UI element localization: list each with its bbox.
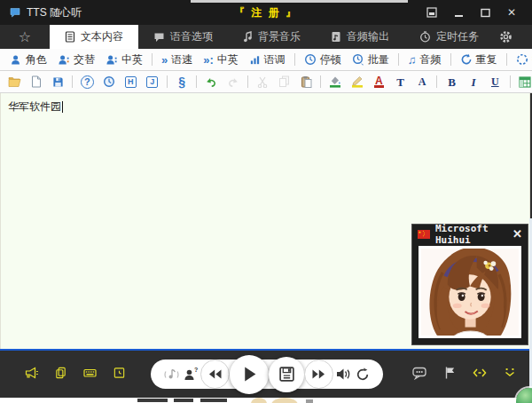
person-cnen-icon <box>106 54 118 66</box>
assistant-title-bar[interactable]: Microsoft Huihui ✕ <box>412 225 528 243</box>
keyboard-button[interactable] <box>82 365 98 381</box>
copy-text-button[interactable] <box>52 365 68 381</box>
megaphone-icon <box>24 366 39 380</box>
tab-label: 语音选项 <box>170 29 213 44</box>
tab-voice-options[interactable]: 语音选项 <box>138 25 228 49</box>
bold-button[interactable]: B <box>441 73 462 91</box>
audio-label: 音频 <box>420 52 442 67</box>
app-logo-icon <box>9 6 21 19</box>
pause-label: 停顿 <box>320 52 341 67</box>
font-t-button[interactable]: T <box>390 73 411 91</box>
app-title: TTS 随心听 <box>27 5 82 20</box>
message-button[interactable] <box>411 365 427 381</box>
preview-voice-button[interactable] <box>161 363 181 386</box>
undo-button[interactable] <box>200 73 222 91</box>
history-clock-icon <box>103 75 115 88</box>
close-button[interactable]: ✕ <box>502 4 521 20</box>
toolbar-separator <box>247 75 248 88</box>
role-label: 角色 <box>26 52 47 67</box>
cn-en-voice-button[interactable]: 中英 <box>100 51 148 68</box>
announce-button[interactable] <box>23 365 39 381</box>
repeat-button[interactable]: 重复 <box>455 51 503 68</box>
toolbar-separator <box>320 75 321 88</box>
j-mode-button[interactable]: J <box>141 73 162 91</box>
redo-button[interactable] <box>223 73 244 91</box>
person-alt-icon <box>58 54 70 66</box>
tab-background-music[interactable]: 背景音乐 <box>228 25 316 49</box>
alternate-button[interactable]: 交替 <box>52 51 100 68</box>
save-audio-button[interactable] <box>269 357 304 392</box>
assistant-window: Microsoft Huihui ✕ <box>411 224 528 345</box>
avatar-illustration <box>421 249 519 336</box>
tab-audio-output[interactable]: 音频输出 <box>316 25 404 49</box>
toolbar-separator <box>450 53 451 66</box>
table-button[interactable] <box>514 73 532 91</box>
maximize-button[interactable] <box>475 4 495 20</box>
tab-bar: ☆ 文本内容语音选项背景音乐音频输出定时任务 <box>0 25 532 49</box>
volume-button[interactable] <box>333 363 353 386</box>
replay-button[interactable] <box>353 363 372 386</box>
new-button[interactable] <box>25 73 46 91</box>
person-icon <box>11 54 22 66</box>
voice-role-button[interactable]: ? <box>181 363 200 386</box>
section-button[interactable]: § <box>171 73 192 91</box>
schedule-button[interactable] <box>111 365 127 381</box>
collapse-button[interactable] <box>502 365 518 381</box>
copy-button[interactable] <box>273 73 294 91</box>
highlight-icon <box>351 75 364 88</box>
paste-button[interactable] <box>295 73 317 91</box>
role-button[interactable]: 角色 <box>5 51 52 68</box>
favorite-star-icon[interactable]: ☆ <box>0 25 50 49</box>
bottom-bar: ? <box>0 351 532 398</box>
playback-controls: ? <box>151 360 383 389</box>
desktop-background-fragment-bottom <box>0 398 532 403</box>
forward-button[interactable] <box>304 360 333 389</box>
underline-button[interactable]: U <box>484 73 505 91</box>
window-controls: ✕ <box>422 4 532 20</box>
minimize-button[interactable] <box>449 4 468 20</box>
speaker-icon <box>335 367 352 381</box>
redo-icon <box>227 76 239 88</box>
history-button[interactable] <box>98 73 120 91</box>
font-color-button[interactable]: A <box>368 73 389 91</box>
open-button[interactable] <box>4 73 25 91</box>
skin-button[interactable] <box>422 4 442 20</box>
audio-button[interactable]: ♫音频 <box>403 51 447 68</box>
bold-icon: B <box>448 76 456 88</box>
cut-button[interactable] <box>252 73 273 91</box>
help-button[interactable]: ? <box>76 73 98 91</box>
assistant-close-icon[interactable]: ✕ <box>512 227 522 241</box>
toolbar-separator <box>398 53 399 66</box>
fill-color-button[interactable] <box>325 73 346 91</box>
music-note-icon <box>243 31 253 43</box>
rewind-button[interactable] <box>200 360 230 389</box>
alternate-label: 交替 <box>74 52 95 67</box>
tab-label: 背景音乐 <box>258 29 301 44</box>
minimize-icon <box>454 8 464 18</box>
toolbar-separator <box>506 53 507 66</box>
replace-button[interactable]: 替换 <box>511 51 532 68</box>
cn-en-speed-button[interactable]: »:中英 <box>198 51 244 68</box>
h-mode-button[interactable]: H <box>120 73 141 91</box>
pause-button[interactable]: 停顿 <box>299 51 347 68</box>
speed-button[interactable]: »语速 <box>156 51 198 68</box>
intonation-button[interactable]: 语调 <box>244 51 291 68</box>
code-button[interactable] <box>472 365 488 381</box>
tab-scheduled-tasks[interactable]: 定时任务 <box>404 25 494 49</box>
h-mode-icon: H <box>125 76 137 88</box>
open-folder-icon <box>8 76 21 88</box>
toolbar-separator <box>294 53 295 66</box>
italic-button[interactable]: I <box>463 73 484 91</box>
repeat-icon <box>460 53 473 66</box>
font-a-button[interactable]: A <box>411 73 433 91</box>
highlight-button[interactable] <box>347 73 368 91</box>
batch-pause-button[interactable]: 批量 <box>347 51 395 68</box>
flag-button[interactable] <box>442 365 458 381</box>
save-button[interactable] <box>47 73 68 91</box>
person-question-icon: ? <box>183 367 199 382</box>
settings-gear-icon[interactable] <box>499 25 532 49</box>
fill-color-icon <box>329 75 341 88</box>
tab-text-content[interactable]: 文本内容 <box>50 25 138 49</box>
intonation-icon <box>249 54 261 66</box>
play-button[interactable] <box>230 355 269 394</box>
